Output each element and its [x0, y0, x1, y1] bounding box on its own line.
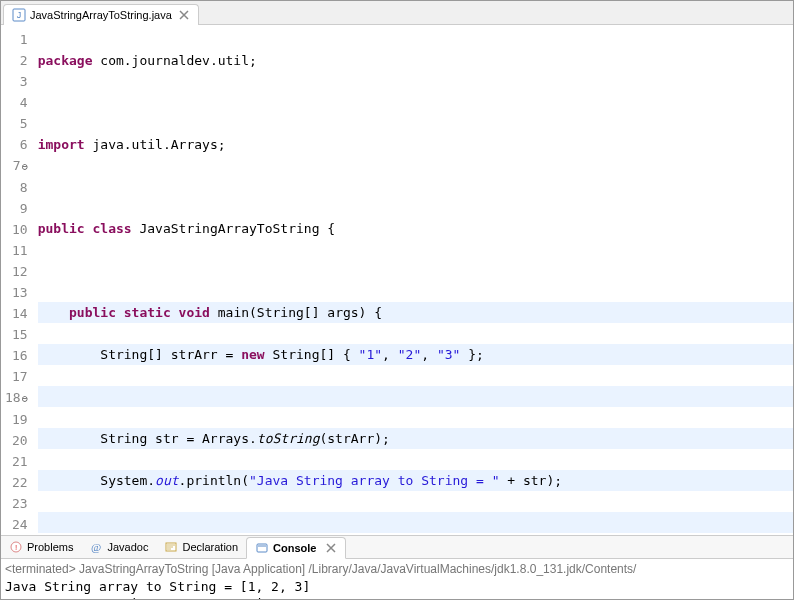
editor-tab-bar: J JavaStringArrayToString.java: [1, 1, 793, 25]
console-line: Java String array to String = [1, 2, 3]: [5, 578, 789, 595]
tab-problems[interactable]: ! Problems: [1, 537, 81, 557]
close-icon[interactable]: [325, 542, 337, 554]
editor-tab[interactable]: J JavaStringArrayToString.java: [3, 4, 199, 25]
fold-icon[interactable]: ⊖: [21, 161, 28, 172]
fold-icon[interactable]: ⊖: [21, 393, 28, 404]
views-tab-bar: ! Problems @ Javadoc Declaration Console: [1, 535, 793, 559]
tab-declaration[interactable]: Declaration: [156, 537, 246, 557]
tab-javadoc[interactable]: @ Javadoc: [81, 537, 156, 557]
console-output: <terminated> JavaStringArrayToString [Ja…: [1, 559, 793, 600]
declaration-icon: [164, 540, 178, 554]
line-number-gutter: 1 2 3 4 5 6 7⊖ 8 9 10 11 12 13 14 15 16 …: [1, 25, 34, 535]
problems-icon: !: [9, 540, 23, 554]
close-icon[interactable]: [178, 9, 190, 21]
view-tab-label: Console: [273, 542, 316, 554]
view-tab-label: Problems: [27, 541, 73, 553]
editor-tab-label: JavaStringArrayToString.java: [30, 9, 172, 21]
view-tab-label: Declaration: [182, 541, 238, 553]
svg-text:!: !: [15, 543, 17, 552]
console-icon: [255, 541, 269, 555]
editor-area: 1 2 3 4 5 6 7⊖ 8 9 10 11 12 13 14 15 16 …: [1, 25, 793, 535]
console-header: <terminated> JavaStringArrayToString [Ja…: [5, 561, 789, 578]
svg-text:J: J: [17, 10, 22, 20]
javadoc-icon: @: [89, 540, 103, 554]
console-line: Convert Java String array to String = 1,…: [5, 595, 789, 600]
tab-console[interactable]: Console: [246, 537, 345, 559]
svg-text:@: @: [91, 541, 101, 553]
svg-rect-6: [257, 544, 267, 552]
code-editor[interactable]: package com.journaldev.util; import java…: [34, 25, 793, 535]
java-file-icon: J: [12, 8, 26, 22]
view-tab-label: Javadoc: [107, 541, 148, 553]
